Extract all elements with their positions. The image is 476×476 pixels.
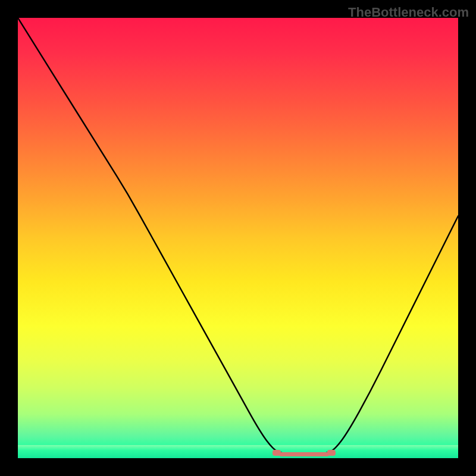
trough-marker-right [327,450,336,456]
watermark-text: TheBottleneck.com [348,5,469,20]
bottleneck-curve-svg [18,18,458,458]
chart-plot-area [18,18,458,458]
trough-marker-mid [279,452,329,456]
bottleneck-curve-path [18,18,458,454]
